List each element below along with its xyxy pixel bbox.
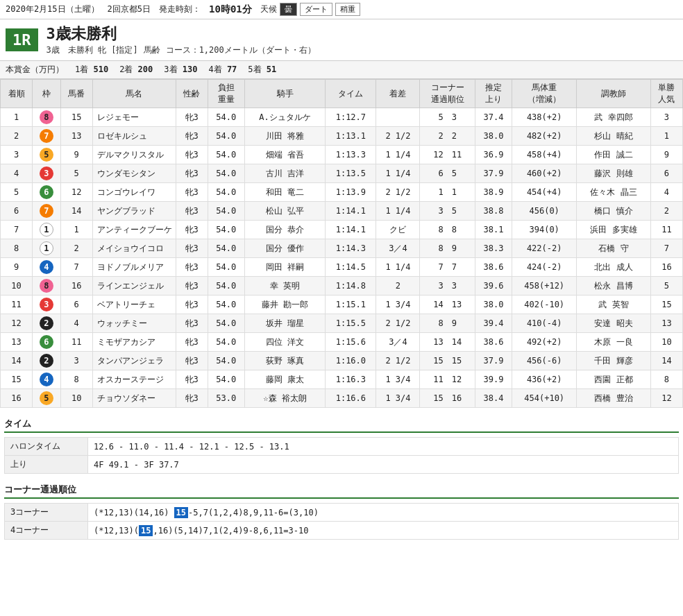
cell-waku: 3 xyxy=(33,296,61,314)
cell-rank: 11 xyxy=(1,296,33,314)
cell-corner: 15 15 xyxy=(420,352,475,370)
cell-body-weight: 410(-4) xyxy=(512,314,577,333)
cell-rank: 14 xyxy=(1,352,33,370)
cell-diff: 2 1/2 xyxy=(376,314,420,333)
cell-rank: 5 xyxy=(1,183,33,202)
header-bar: 2020年2月15日（土曜） 2回京都5日 発走時刻： 10時01分 天候 曇 … xyxy=(0,0,683,19)
cell-diff: 2 1/2 xyxy=(376,127,420,146)
corner-3-label: 3コーナー xyxy=(5,504,88,522)
agari-value: 4F 49.1 - 3F 37.7 xyxy=(88,456,679,474)
cell-jockey: 古川 吉洋 xyxy=(244,164,326,183)
cell-jockey: 川田 将雅 xyxy=(244,127,326,146)
cell-body-weight: 492(+2) xyxy=(512,333,577,352)
cell-banum: 16 xyxy=(60,277,92,296)
cell-body-weight: 436(+2) xyxy=(512,370,577,389)
cell-rank: 8 xyxy=(1,239,33,258)
corner-4-before: (*12,13)( xyxy=(94,526,139,536)
corner-4-row: 4コーナー (*12,13)(15,16)(5,14)7,1(2,4)9-8,6… xyxy=(5,522,679,540)
cell-diff: 2 xyxy=(376,277,420,296)
cell-weight: 54.0 xyxy=(208,239,244,258)
weather-badge-cloudy[interactable]: 曇 xyxy=(280,3,297,16)
cell-jockey: 四位 洋文 xyxy=(244,333,326,352)
cell-last3: 39.6 xyxy=(475,277,512,296)
cell-time: 1:14.8 xyxy=(326,277,376,296)
cell-time: 1:16.6 xyxy=(326,389,376,408)
table-row: 947ヨドノブルメリア牝354.0岡田 祥嗣1:14.51 1/47 738.6… xyxy=(1,258,683,277)
cell-sex-age: 牝3 xyxy=(176,127,208,146)
cell-last3: 37.4 xyxy=(475,108,512,127)
cell-corner: 5 3 xyxy=(420,108,475,127)
cell-banum: 12 xyxy=(60,183,92,202)
cell-horse-name: ロゼキルシュ xyxy=(92,127,176,146)
prize-5th: 5着 51 xyxy=(248,64,276,76)
cell-rank: 1 xyxy=(1,108,33,127)
cell-horse-name: ウォッチミー xyxy=(92,314,176,333)
cell-weight: 54.0 xyxy=(208,108,244,127)
table-row: 812メイショウイコロ牝354.0国分 優作1:14.33／48 938.342… xyxy=(1,239,683,258)
cell-time: 1:13.9 xyxy=(326,183,376,202)
cell-time: 1:16.0 xyxy=(326,352,376,370)
prize-4th: 4着 77 xyxy=(208,64,237,76)
cell-waku: 2 xyxy=(33,314,61,333)
cell-corner: 11 12 xyxy=(420,370,475,389)
cell-waku: 6 xyxy=(33,183,61,202)
corner-4-after: ,16)(5,14)7,1(2,4)9-8,6,11=3-10 xyxy=(153,526,308,536)
cell-horse-name: チョウソダネー xyxy=(92,389,176,408)
col-trainer: 調教師 xyxy=(577,80,650,108)
weather-badge-firm[interactable]: 稍重 xyxy=(335,3,360,16)
cell-weight: 54.0 xyxy=(208,258,244,277)
cell-banum: 13 xyxy=(60,127,92,146)
cell-diff: 1 1/4 xyxy=(376,164,420,183)
cell-rank: 7 xyxy=(1,221,33,239)
cell-time: 1:15.1 xyxy=(326,296,376,314)
cell-sex-age: 牝3 xyxy=(176,221,208,239)
cell-sex-age: 牝3 xyxy=(176,146,208,164)
cell-body-weight: 454(+10) xyxy=(512,389,577,408)
cell-horse-name: ヨドノブルメリア xyxy=(92,258,176,277)
cell-weight: 54.0 xyxy=(208,127,244,146)
cell-horse-name: メイショウイコロ xyxy=(92,239,176,258)
cell-diff: 1 1/4 xyxy=(376,258,420,277)
prize-row: 本賞金（万円） 1着 510 2着 200 3着 130 4着 77 5着 51 xyxy=(0,61,683,79)
race-meta: 3歳 未勝利 牝 [指定] 馬齢 コース：1,200メートル（ダート・右） xyxy=(47,44,316,56)
cell-jockey: 畑端 省吾 xyxy=(244,146,326,164)
weather-badge-dirt[interactable]: ダート xyxy=(300,3,332,16)
cell-odds: 15 xyxy=(650,296,682,314)
cell-jockey: 荻野 琢真 xyxy=(244,352,326,370)
cell-trainer: 木原 一良 xyxy=(577,333,650,352)
cell-body-weight: 394(0) xyxy=(512,221,577,239)
cell-weight: 54.0 xyxy=(208,314,244,333)
start-time-label: 発走時刻： xyxy=(159,3,201,15)
cell-time: 1:14.3 xyxy=(326,239,376,258)
cell-time: 1:15.5 xyxy=(326,314,376,333)
cell-jockey: 和田 竜二 xyxy=(244,183,326,202)
cell-horse-name: ラインエンジェル xyxy=(92,277,176,296)
cell-time: 1:15.6 xyxy=(326,333,376,352)
cell-diff: 1 3/4 xyxy=(376,389,420,408)
cell-jockey: 国分 優作 xyxy=(244,239,326,258)
cell-sex-age: 牝3 xyxy=(176,108,208,127)
cell-time: 1:14.1 xyxy=(326,221,376,239)
cell-trainer: 武 英智 xyxy=(577,296,650,314)
cell-last3: 38.6 xyxy=(475,333,512,352)
cell-banum: 2 xyxy=(60,239,92,258)
cell-corner: 3 5 xyxy=(420,202,475,221)
cell-body-weight: 458(+4) xyxy=(512,146,577,164)
cell-body-weight: 456(0) xyxy=(512,202,577,221)
cell-waku: 3 xyxy=(33,164,61,183)
cell-last3: 39.4 xyxy=(475,314,512,333)
cell-waku: 4 xyxy=(33,258,61,277)
corner-3-before: (*12,13)(14,16) xyxy=(94,508,174,517)
cell-banum: 6 xyxy=(60,296,92,314)
cell-corner: 8 9 xyxy=(420,314,475,333)
cell-odds: 4 xyxy=(650,183,682,202)
cell-sex-age: 牝3 xyxy=(176,296,208,314)
cell-last3: 38.3 xyxy=(475,239,512,258)
cell-time: 1:13.3 xyxy=(326,146,376,164)
cell-trainer: 佐々木 晶三 xyxy=(577,183,650,202)
table-row: 1815レジェモー牝354.0A.シュタルケ1:12.75 337.4438(+… xyxy=(1,108,683,127)
cell-last3: 38.4 xyxy=(475,389,512,408)
cell-waku: 7 xyxy=(33,127,61,146)
cell-odds: 1 xyxy=(650,127,682,146)
cell-corner: 14 13 xyxy=(420,296,475,314)
